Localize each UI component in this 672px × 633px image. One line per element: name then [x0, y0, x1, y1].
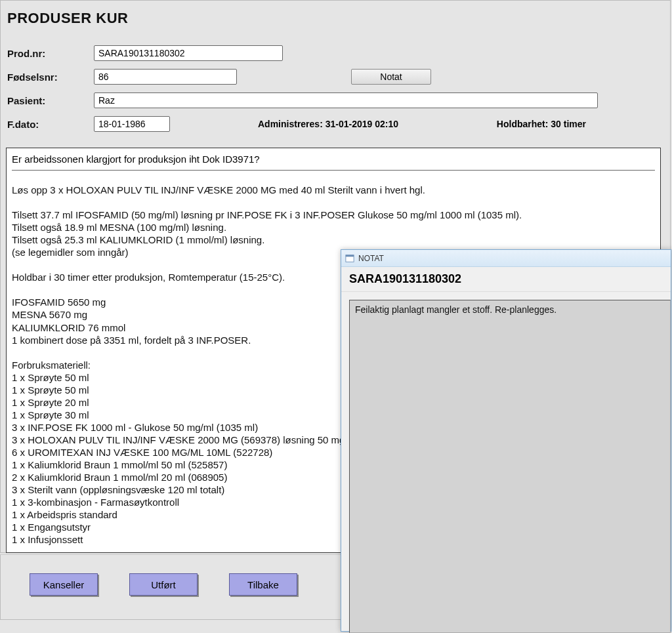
row-fdato: F.dato: Administreres: 31-01-2019 02:10 …: [7, 112, 665, 136]
utfort-button[interactable]: Utført: [129, 573, 198, 596]
instructions-question: Er arbeidssonen klargjort for produksjon…: [12, 152, 655, 167]
notat-button-wrap: Notat: [351, 69, 431, 85]
label-prodnr: Prod.nr:: [7, 48, 94, 59]
fodselsnr-input[interactable]: [94, 69, 237, 85]
notat-header: SARA190131180302: [341, 267, 671, 292]
notat-window: NOTAT SARA190131180302 Feilaktig planlag…: [341, 249, 671, 632]
holdbarhet-value: 30 timer: [551, 119, 586, 129]
row-prodnr: Prod.nr:: [7, 41, 665, 65]
administreres-value: 31-01-2019 02:10: [326, 119, 398, 129]
holdbarhet-text-label: Holdbarhet:: [497, 119, 551, 129]
svg-rect-1: [346, 255, 354, 256]
administreres-label: Administreres: 31-01-2019 02:10: [258, 119, 398, 129]
row-fodselsnr: Fødselsnr: Notat: [7, 65, 665, 89]
row-pasient: Pasient:: [7, 89, 665, 112]
label-pasient: Pasient:: [7, 95, 94, 106]
holdbarhet-label: Holdbarhet: 30 timer: [497, 119, 586, 129]
label-fdato: F.dato:: [7, 119, 94, 130]
page-title: PRODUSER KUR: [7, 10, 665, 27]
notat-button[interactable]: Notat: [351, 69, 431, 85]
kanseller-button[interactable]: Kanseller: [30, 573, 98, 596]
fdato-input[interactable]: [94, 116, 170, 132]
notat-titlebar[interactable]: NOTAT: [341, 250, 671, 267]
notat-content-textarea[interactable]: Feilaktig planlagt mangler et stoff. Re-…: [349, 300, 671, 633]
instructions-divider: [12, 170, 655, 171]
prodnr-input[interactable]: [94, 45, 283, 61]
form-rows: Prod.nr: Fødselsnr: Notat Pasient: F.dat…: [7, 41, 665, 136]
label-fodselsnr: Fødselsnr:: [7, 71, 94, 83]
pasient-input[interactable]: [94, 92, 598, 108]
window-icon: [345, 254, 354, 263]
tilbake-button[interactable]: Tilbake: [229, 573, 297, 596]
administreres-text-label: Administreres:: [258, 119, 326, 129]
notat-titlebar-text: NOTAT: [358, 254, 384, 263]
